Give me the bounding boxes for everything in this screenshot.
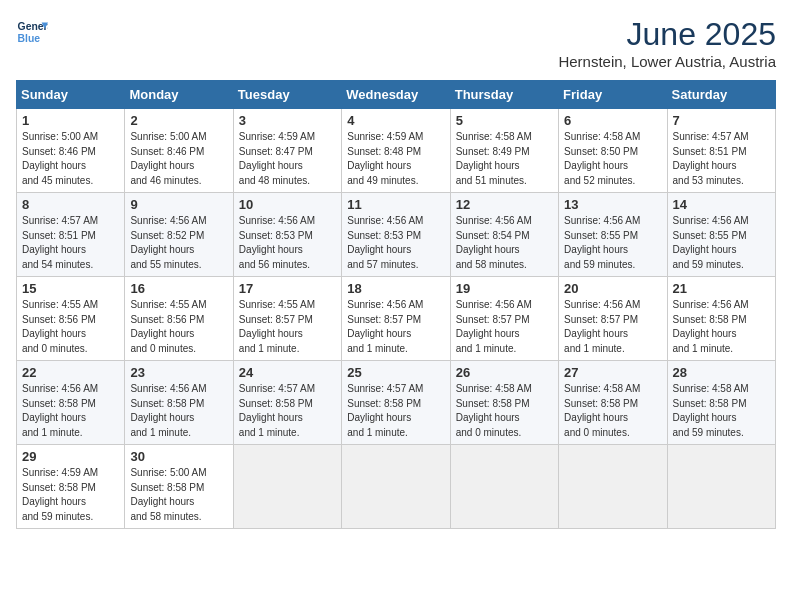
calendar-cell: 12Sunrise: 4:56 AMSunset: 8:54 PMDayligh… [450,193,558,277]
calendar-cell: 10Sunrise: 4:56 AMSunset: 8:53 PMDayligh… [233,193,341,277]
day-info: Sunrise: 4:57 AMSunset: 8:51 PMDaylight … [673,131,749,186]
calendar-cell: 25Sunrise: 4:57 AMSunset: 8:58 PMDayligh… [342,361,450,445]
logo-icon: General Blue [16,16,48,48]
day-info: Sunrise: 4:55 AMSunset: 8:56 PMDaylight … [22,299,98,354]
day-info: Sunrise: 4:59 AMSunset: 8:48 PMDaylight … [347,131,423,186]
day-info: Sunrise: 4:56 AMSunset: 8:55 PMDaylight … [564,215,640,270]
day-info: Sunrise: 4:56 AMSunset: 8:53 PMDaylight … [347,215,423,270]
day-number: 15 [22,281,119,296]
day-info: Sunrise: 4:58 AMSunset: 8:58 PMDaylight … [673,383,749,438]
calendar-header-saturday: Saturday [667,81,775,109]
calendar-header-friday: Friday [559,81,667,109]
day-info: Sunrise: 4:56 AMSunset: 8:52 PMDaylight … [130,215,206,270]
day-number: 11 [347,197,444,212]
calendar-cell: 15Sunrise: 4:55 AMSunset: 8:56 PMDayligh… [17,277,125,361]
day-number: 29 [22,449,119,464]
day-info: Sunrise: 4:56 AMSunset: 8:55 PMDaylight … [673,215,749,270]
day-number: 23 [130,365,227,380]
calendar-week-row: 15Sunrise: 4:55 AMSunset: 8:56 PMDayligh… [17,277,776,361]
day-info: Sunrise: 4:58 AMSunset: 8:50 PMDaylight … [564,131,640,186]
day-number: 17 [239,281,336,296]
calendar-cell: 18Sunrise: 4:56 AMSunset: 8:57 PMDayligh… [342,277,450,361]
day-number: 2 [130,113,227,128]
calendar-cell: 1Sunrise: 5:00 AMSunset: 8:46 PMDaylight… [17,109,125,193]
day-info: Sunrise: 4:55 AMSunset: 8:57 PMDaylight … [239,299,315,354]
calendar-header-tuesday: Tuesday [233,81,341,109]
calendar-cell: 16Sunrise: 4:55 AMSunset: 8:56 PMDayligh… [125,277,233,361]
calendar-cell: 5Sunrise: 4:58 AMSunset: 8:49 PMDaylight… [450,109,558,193]
day-info: Sunrise: 4:56 AMSunset: 8:57 PMDaylight … [347,299,423,354]
day-info: Sunrise: 4:57 AMSunset: 8:58 PMDaylight … [239,383,315,438]
day-number: 27 [564,365,661,380]
calendar-cell: 28Sunrise: 4:58 AMSunset: 8:58 PMDayligh… [667,361,775,445]
day-info: Sunrise: 4:58 AMSunset: 8:49 PMDaylight … [456,131,532,186]
day-number: 26 [456,365,553,380]
calendar-cell [559,445,667,529]
calendar-cell [450,445,558,529]
day-number: 7 [673,113,770,128]
calendar-cell: 17Sunrise: 4:55 AMSunset: 8:57 PMDayligh… [233,277,341,361]
calendar-week-row: 8Sunrise: 4:57 AMSunset: 8:51 PMDaylight… [17,193,776,277]
day-number: 8 [22,197,119,212]
svg-text:Blue: Blue [18,33,41,44]
day-info: Sunrise: 4:56 AMSunset: 8:54 PMDaylight … [456,215,532,270]
calendar-week-row: 22Sunrise: 4:56 AMSunset: 8:58 PMDayligh… [17,361,776,445]
day-number: 25 [347,365,444,380]
calendar-cell: 19Sunrise: 4:56 AMSunset: 8:57 PMDayligh… [450,277,558,361]
calendar-cell: 2Sunrise: 5:00 AMSunset: 8:46 PMDaylight… [125,109,233,193]
header: General Blue June 2025 Hernstein, Lower … [16,16,776,70]
day-number: 10 [239,197,336,212]
calendar-body: 1Sunrise: 5:00 AMSunset: 8:46 PMDaylight… [17,109,776,529]
calendar-cell: 6Sunrise: 4:58 AMSunset: 8:50 PMDaylight… [559,109,667,193]
day-number: 9 [130,197,227,212]
day-number: 21 [673,281,770,296]
calendar-cell: 13Sunrise: 4:56 AMSunset: 8:55 PMDayligh… [559,193,667,277]
day-number: 5 [456,113,553,128]
calendar-cell: 3Sunrise: 4:59 AMSunset: 8:47 PMDaylight… [233,109,341,193]
calendar-cell: 9Sunrise: 4:56 AMSunset: 8:52 PMDaylight… [125,193,233,277]
title-area: June 2025 Hernstein, Lower Austria, Aust… [558,16,776,70]
day-info: Sunrise: 4:59 AMSunset: 8:47 PMDaylight … [239,131,315,186]
calendar-header-wednesday: Wednesday [342,81,450,109]
calendar-cell: 27Sunrise: 4:58 AMSunset: 8:58 PMDayligh… [559,361,667,445]
calendar-table: SundayMondayTuesdayWednesdayThursdayFrid… [16,80,776,529]
calendar-cell: 30Sunrise: 5:00 AMSunset: 8:58 PMDayligh… [125,445,233,529]
day-info: Sunrise: 4:57 AMSunset: 8:58 PMDaylight … [347,383,423,438]
day-number: 3 [239,113,336,128]
day-info: Sunrise: 4:55 AMSunset: 8:56 PMDaylight … [130,299,206,354]
calendar-cell: 14Sunrise: 4:56 AMSunset: 8:55 PMDayligh… [667,193,775,277]
day-info: Sunrise: 4:56 AMSunset: 8:58 PMDaylight … [673,299,749,354]
day-info: Sunrise: 4:58 AMSunset: 8:58 PMDaylight … [456,383,532,438]
day-number: 4 [347,113,444,128]
calendar-week-row: 1Sunrise: 5:00 AMSunset: 8:46 PMDaylight… [17,109,776,193]
day-number: 14 [673,197,770,212]
calendar-header-monday: Monday [125,81,233,109]
day-info: Sunrise: 4:58 AMSunset: 8:58 PMDaylight … [564,383,640,438]
logo: General Blue [16,16,48,48]
day-number: 18 [347,281,444,296]
day-info: Sunrise: 4:56 AMSunset: 8:57 PMDaylight … [564,299,640,354]
day-info: Sunrise: 4:57 AMSunset: 8:51 PMDaylight … [22,215,98,270]
day-number: 19 [456,281,553,296]
calendar-cell: 24Sunrise: 4:57 AMSunset: 8:58 PMDayligh… [233,361,341,445]
day-info: Sunrise: 5:00 AMSunset: 8:46 PMDaylight … [130,131,206,186]
day-number: 16 [130,281,227,296]
day-info: Sunrise: 5:00 AMSunset: 8:58 PMDaylight … [130,467,206,522]
day-info: Sunrise: 4:56 AMSunset: 8:57 PMDaylight … [456,299,532,354]
calendar-cell: 11Sunrise: 4:56 AMSunset: 8:53 PMDayligh… [342,193,450,277]
calendar-cell [233,445,341,529]
calendar-week-row: 29Sunrise: 4:59 AMSunset: 8:58 PMDayligh… [17,445,776,529]
calendar-cell: 29Sunrise: 4:59 AMSunset: 8:58 PMDayligh… [17,445,125,529]
day-number: 30 [130,449,227,464]
month-title: June 2025 [558,16,776,53]
calendar-cell [667,445,775,529]
day-number: 24 [239,365,336,380]
day-number: 13 [564,197,661,212]
calendar-header-sunday: Sunday [17,81,125,109]
calendar-cell: 7Sunrise: 4:57 AMSunset: 8:51 PMDaylight… [667,109,775,193]
calendar-cell: 22Sunrise: 4:56 AMSunset: 8:58 PMDayligh… [17,361,125,445]
day-info: Sunrise: 4:56 AMSunset: 8:58 PMDaylight … [130,383,206,438]
calendar-cell: 4Sunrise: 4:59 AMSunset: 8:48 PMDaylight… [342,109,450,193]
calendar-header-row: SundayMondayTuesdayWednesdayThursdayFrid… [17,81,776,109]
calendar-cell: 8Sunrise: 4:57 AMSunset: 8:51 PMDaylight… [17,193,125,277]
